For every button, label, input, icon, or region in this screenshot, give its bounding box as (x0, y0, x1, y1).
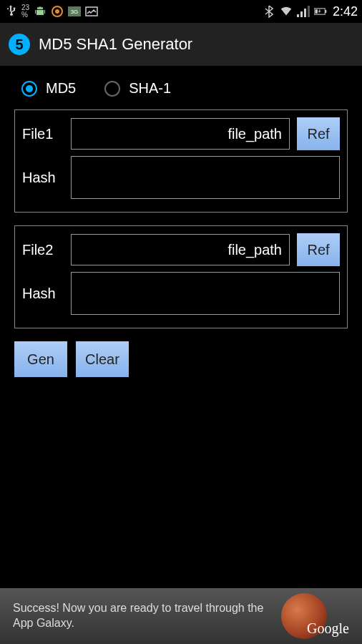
ad-text: Success! Now you are ready to travel thr… (13, 601, 273, 631)
app-title: MD5 SHA1 Generator (39, 35, 192, 54)
file2-hash-label: Hash (22, 286, 64, 302)
file1-hash-label: Hash (22, 170, 64, 186)
wifi-icon (280, 5, 293, 18)
clock-text: 2:42 (333, 4, 358, 19)
action-buttons: Gen Clear (14, 341, 348, 377)
radio-sha1-label: SHA-1 (129, 80, 171, 97)
battery-percent: 23% (21, 4, 29, 19)
image-icon (85, 5, 98, 18)
svg-point-1 (41, 8, 42, 9)
hash-type-radio-group: MD5 SHA-1 (21, 80, 348, 97)
usb-icon (4, 5, 17, 18)
ad-logo: Google (307, 620, 349, 637)
battery-icon (314, 5, 327, 18)
app-notification-icon (51, 5, 64, 18)
bluetooth-icon (263, 5, 275, 18)
file2-row: File2 file_path Ref (22, 233, 340, 266)
radio-md5[interactable]: MD5 (21, 80, 76, 97)
file1-label: File1 (22, 126, 64, 142)
status-bar: 23% 3G 2:42 (0, 0, 362, 23)
svg-rect-10 (308, 6, 310, 17)
svg-rect-8 (300, 11, 303, 17)
radio-circle-icon (21, 81, 37, 97)
svg-point-3 (55, 9, 59, 14)
status-right: 2:42 (263, 4, 358, 19)
svg-rect-9 (304, 9, 306, 17)
svg-rect-13 (315, 9, 317, 14)
file2-hash-output[interactable] (71, 272, 340, 315)
file1-panel: File1 file_path Ref Hash (14, 109, 348, 213)
app-icon: 5 (9, 34, 30, 55)
status-left: 23% 3G (4, 4, 98, 19)
file2-label: File2 (22, 242, 64, 258)
main-content: MD5 SHA-1 File1 file_path Ref Hash File2… (0, 66, 362, 391)
radio-dot-icon (26, 85, 33, 92)
svg-text:3G: 3G (71, 9, 79, 15)
file1-input[interactable]: file_path (71, 118, 290, 150)
file1-hash-output[interactable] (71, 156, 340, 199)
ad-banner[interactable]: Success! Now you are ready to travel thr… (0, 588, 362, 644)
radio-circle-icon (104, 81, 120, 97)
android-icon (34, 5, 47, 18)
app-bar: 5 MD5 SHA1 Generator (0, 23, 362, 66)
file2-ref-button[interactable]: Ref (297, 233, 340, 266)
file2-input[interactable]: file_path (71, 234, 290, 265)
file1-hash-row: Hash (22, 156, 340, 199)
file2-panel: File2 file_path Ref Hash (14, 225, 348, 328)
file1-row: File1 file_path Ref (22, 117, 340, 150)
svg-rect-12 (325, 10, 326, 13)
svg-point-0 (39, 8, 39, 9)
radio-sha1[interactable]: SHA-1 (104, 80, 171, 97)
network-3g-icon: 3G (68, 5, 81, 18)
clear-button[interactable]: Clear (76, 341, 129, 377)
file1-ref-button[interactable]: Ref (297, 117, 340, 150)
radio-md5-label: MD5 (46, 80, 76, 97)
file2-hash-row: Hash (22, 272, 340, 315)
svg-rect-7 (297, 14, 299, 17)
signal-icon (297, 5, 310, 18)
generate-button[interactable]: Gen (14, 341, 67, 377)
